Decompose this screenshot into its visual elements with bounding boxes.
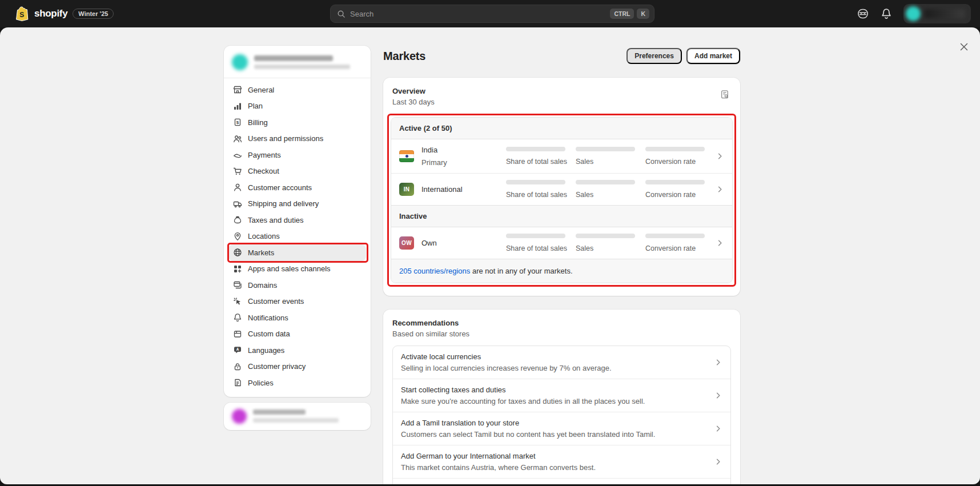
skeleton-bar bbox=[576, 147, 635, 151]
overview-card: Overview Last 30 days Active (2 of 50) bbox=[383, 78, 740, 296]
settings-sidebar: General Plan $ Billing Users and permiss… bbox=[224, 46, 371, 430]
sidebar-item-plan[interactable]: Plan bbox=[228, 98, 366, 115]
preferences-button[interactable]: Preferences bbox=[626, 48, 682, 64]
sidebar-item-policies[interactable]: Policies bbox=[228, 375, 366, 391]
recommendations-card: Recommendations Based on similar stores … bbox=[383, 310, 740, 484]
sidebar-item-checkout[interactable]: Checkout bbox=[228, 163, 366, 180]
sidebar-item-locations[interactable]: Locations bbox=[228, 228, 366, 245]
custom-data-icon bbox=[233, 330, 242, 339]
shopify-wordmark: shopify bbox=[34, 8, 67, 19]
sidebar-item-general[interactable]: General bbox=[228, 82, 366, 98]
market-row-own[interactable]: OW Own Share of total sales Sales Conver… bbox=[391, 227, 732, 259]
user-name-redacted bbox=[925, 9, 965, 18]
topbar-right bbox=[857, 0, 971, 27]
footer-text: are not in any of your markets. bbox=[470, 267, 572, 275]
policies-doc-icon bbox=[233, 378, 242, 387]
markets-list: Active (2 of 50) India Primary Share of … bbox=[391, 117, 733, 283]
page-title: Markets bbox=[383, 50, 425, 63]
sidebar-item-domains[interactable]: Domains bbox=[228, 277, 366, 294]
account-card[interactable] bbox=[224, 403, 371, 430]
recommendations-title: Recommendations bbox=[392, 319, 731, 327]
store-icon bbox=[233, 85, 242, 94]
skeleton-bar bbox=[506, 147, 565, 151]
chevron-right-icon bbox=[714, 391, 722, 400]
overview-subtitle: Last 30 days bbox=[392, 98, 731, 106]
markets-main: Markets Preferences Add market Overview … bbox=[383, 47, 740, 484]
rec-row-tamil-translation[interactable]: Add a Tamil translation to your store Cu… bbox=[393, 412, 730, 445]
sidebar-item-apps-sales-channels[interactable]: Apps and sales channels bbox=[228, 261, 366, 278]
shopify-logo[interactable]: S shopify Winter '25 bbox=[15, 0, 114, 27]
sidebar-item-customer-privacy[interactable]: Customer privacy bbox=[228, 359, 366, 375]
view-report-icon bbox=[720, 90, 730, 99]
rec-row-partial[interactable]: Add hreflang tags bbox=[393, 478, 730, 484]
market-name: Own bbox=[421, 239, 437, 247]
main-header: Markets Preferences Add market bbox=[383, 47, 740, 65]
sidebar-item-languages[interactable]: A Languages bbox=[228, 342, 366, 359]
store-avatar bbox=[232, 54, 248, 70]
svg-text:$: $ bbox=[236, 120, 239, 125]
account-name-redacted bbox=[253, 409, 339, 423]
sidebar-item-payments[interactable]: Payments bbox=[228, 147, 366, 163]
user-avatar bbox=[906, 6, 921, 21]
skeleton-bar bbox=[506, 180, 565, 184]
market-row-international[interactable]: IN International Share of total sales Sa… bbox=[391, 173, 732, 205]
sidekick-icon[interactable] bbox=[857, 7, 869, 20]
add-market-button[interactable]: Add market bbox=[686, 48, 740, 64]
own-badge: OW bbox=[399, 236, 414, 250]
overview-footer: 205 countries/regions are not in any of … bbox=[391, 259, 732, 283]
rec-row-local-currencies[interactable]: Activate local currencies Selling in loc… bbox=[393, 346, 730, 379]
market-row-india[interactable]: India Primary Share of total sales Sales… bbox=[391, 139, 732, 173]
recommendations-subtitle: Based on similar stores bbox=[392, 330, 731, 338]
rec-row-taxes-duties[interactable]: Start collecting taxes and duties Make s… bbox=[393, 379, 730, 412]
plan-chart-icon bbox=[233, 102, 242, 111]
sidebar-item-notifications[interactable]: Notifications bbox=[228, 310, 366, 326]
billing-icon: $ bbox=[233, 118, 242, 127]
user-menu[interactable] bbox=[903, 4, 971, 23]
sidebar-item-custom-data[interactable]: Custom data bbox=[228, 326, 366, 343]
chevron-right-icon bbox=[716, 152, 724, 160]
recommendations-list: Activate local currencies Selling in loc… bbox=[392, 346, 731, 484]
markets-globe-icon bbox=[233, 248, 242, 257]
sidebar-item-markets[interactable]: Markets bbox=[228, 244, 366, 261]
chevron-right-icon bbox=[714, 358, 722, 367]
india-flag-icon bbox=[399, 150, 414, 162]
sidebar-item-taxes-duties[interactable]: Taxes and duties bbox=[228, 212, 366, 228]
store-header[interactable] bbox=[224, 46, 371, 78]
global-search-input[interactable]: Search CTRL K bbox=[330, 5, 654, 23]
store-name-redacted bbox=[254, 55, 350, 69]
sidebar-item-customer-events[interactable]: Customer events bbox=[228, 294, 366, 310]
svg-text:A: A bbox=[236, 347, 239, 351]
topbar: S shopify Winter '25 Search CTRL K bbox=[0, 0, 980, 27]
domains-icon bbox=[233, 280, 242, 290]
header-actions: Preferences Add market bbox=[626, 48, 740, 64]
close-settings-button[interactable] bbox=[956, 39, 972, 55]
notifications-bell-icon[interactable] bbox=[881, 8, 892, 20]
market-metrics: Share of total sales Sales Conversion ra… bbox=[506, 180, 710, 199]
international-badge: IN bbox=[399, 183, 414, 196]
cart-icon bbox=[233, 167, 242, 176]
truck-icon bbox=[233, 199, 242, 208]
bell-icon bbox=[233, 313, 242, 322]
rec-row-add-german[interactable]: Add German to your International market … bbox=[393, 445, 730, 478]
skeleton-bar bbox=[645, 147, 705, 151]
skeleton-bar bbox=[576, 180, 635, 184]
search-icon bbox=[337, 10, 346, 18]
skeleton-bar bbox=[645, 234, 705, 238]
sidebar-item-billing[interactable]: $ Billing bbox=[228, 114, 366, 131]
shortcut-ctrl-key: CTRL bbox=[610, 9, 634, 19]
users-icon bbox=[233, 134, 242, 143]
sidebar-item-customer-accounts[interactable]: Customer accounts bbox=[228, 179, 366, 196]
view-report-button[interactable] bbox=[717, 87, 732, 102]
payments-icon bbox=[233, 150, 242, 159]
countries-regions-link[interactable]: 205 countries/regions bbox=[399, 267, 470, 275]
chevron-right-icon bbox=[714, 424, 722, 433]
market-subtitle: Primary bbox=[421, 158, 447, 167]
settings-nav: General Plan $ Billing Users and permiss… bbox=[224, 78, 371, 397]
skeleton-bar bbox=[506, 234, 565, 238]
chevron-right-icon bbox=[716, 185, 724, 194]
sidebar-item-shipping-delivery[interactable]: Shipping and delivery bbox=[228, 196, 366, 212]
version-badge[interactable]: Winter '25 bbox=[73, 9, 114, 19]
svg-text:S: S bbox=[19, 10, 24, 18]
sidebar-item-users-permissions[interactable]: Users and permissions bbox=[228, 131, 366, 147]
inactive-section-header: Inactive bbox=[391, 205, 732, 227]
